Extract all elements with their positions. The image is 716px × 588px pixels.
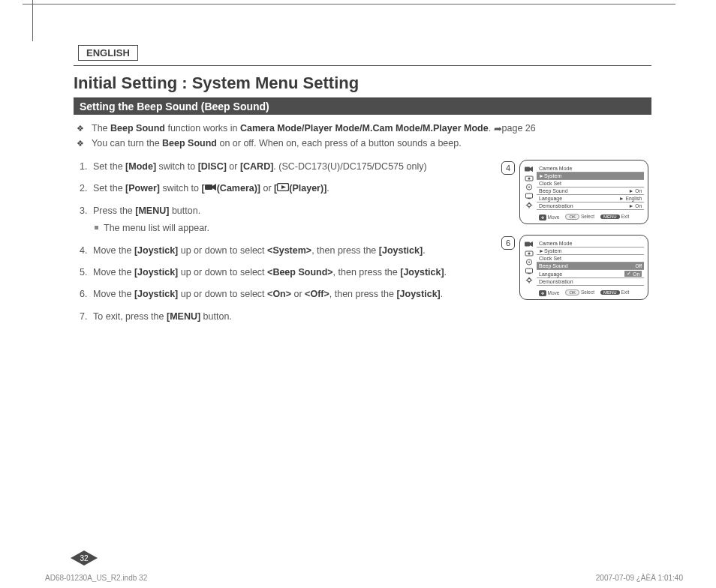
trim-left [32,0,33,41]
footer-left: AD68-01230A_US_R2.indb 32 [45,574,147,582]
menu-pill: MENU [600,214,620,219]
svg-rect-24 [528,273,531,274]
screen-4-footer: ✥ Move OK Select MENU Exit [524,214,644,220]
figure-4-badge: 4 [501,161,515,175]
step-1: Set the [Mode] switch to [DISC] or [CARD… [90,160,491,174]
step-3-sub: The menu list will appear. [93,221,491,236]
ok-pill: OK [565,290,579,296]
step-2: Set the [Power] switch to [(Camera)] or … [90,182,491,196]
screen-6: Camera Mode ►System Clock Set Beep Sound… [519,235,648,300]
svg-rect-4 [525,166,530,171]
trim-top [23,4,675,4]
camcorder-icon [525,165,534,172]
bullet-1: The Beep Sound function works in Camera … [90,121,651,136]
step-list: Set the [Mode] switch to [DISC] or [CARD… [77,160,491,324]
screen-4-row-system: ►System [537,172,644,179]
screen-icon [525,267,534,274]
divider [74,65,651,66]
menu-pill: MENU [600,290,620,295]
svg-rect-23 [526,268,533,273]
svg-marker-5 [530,166,533,172]
camera-small-icon [525,249,534,256]
screen-6-footer: ✥ Move OK Select MENU Exit [524,290,644,296]
page-title: Initial Setting : System Menu Setting [74,74,651,93]
camera-small-icon [525,174,534,182]
step-7: To exit, press the [MENU] button. [90,310,491,324]
step-6: Move the [Joystick] up or down to select… [90,287,491,302]
page-number-badge: 32 [71,550,98,566]
disc-icon [525,258,534,266]
screen-4-title: Camera Mode [537,165,644,172]
step-3: Press the [MENU] button. The menu list w… [90,204,491,236]
gear-icon [525,201,534,208]
screen-6-row-beep: Beep SoundOff [537,262,644,269]
camera-icon [205,182,217,196]
ok-pill: OK [565,214,579,220]
steps-column: Set the [Mode] switch to [DISC] or [CARD… [74,160,491,332]
svg-rect-17 [525,242,530,246]
figure-6-badge: 6 [501,236,515,250]
screen-6-row-lang: Language✓On [537,269,644,278]
svg-point-9 [528,186,530,188]
screen-6-icon-column [524,240,534,286]
disc-icon [525,183,534,190]
svg-point-22 [528,261,530,262]
svg-marker-3 [281,185,286,189]
language-tab: ENGLISH [78,45,138,61]
joystick-icon: ✥ [539,214,546,220]
figure-6: 6 Camera Mode ►System Cl [501,235,651,300]
svg-rect-11 [528,198,531,199]
screen-4-row-demo: Demonstration►On [537,202,644,210]
screen-4-icon-column [524,165,534,210]
screen-4-row-clock: Clock Set [537,179,644,187]
screen-4-row-lang: Language►English [537,194,644,202]
page-content: ENGLISH Initial Setting : System Menu Se… [74,45,651,332]
svg-marker-1 [212,184,216,190]
screen-6-title: Camera Mode [537,240,644,247]
svg-point-25 [528,278,531,281]
svg-marker-18 [530,242,533,247]
figure-4: 4 Camera Mode ►System Cl [501,160,651,224]
screen-4-row-beep: Beep Sound►On [537,187,644,194]
figures-column: 4 Camera Mode ►System Cl [501,160,651,310]
print-footer: AD68-01230A_US_R2.indb 32 2007-07-09 ¿ÀÈ… [45,574,683,582]
footer-right: 2007-07-09 ¿ÀÈÄ 1:01:40 [596,574,683,582]
screen-icon [525,192,534,200]
screen-6-row-clock: Clock Set [537,254,644,262]
svg-rect-10 [526,194,533,198]
step-5: Move the [Joystick] up or down to select… [90,266,491,280]
screen-4: Camera Mode ►System Clock Set Beep Sound… [519,160,648,224]
screen-6-row-system: ►System [537,247,644,254]
svg-point-7 [528,177,530,179]
step-4: Move the [Joystick] up or down to select… [90,244,491,258]
svg-point-12 [528,203,531,206]
camcorder-icon [525,240,534,248]
gear-icon [525,276,534,284]
joystick-icon: ✥ [539,290,546,296]
page-ref-arrow-icon: ➦ [494,122,502,136]
svg-point-20 [528,252,530,254]
player-icon [277,182,289,196]
bullet-2: You can turn the Beep Sound on or off. W… [90,136,651,151]
svg-rect-0 [205,184,212,190]
section-heading: Setting the Beep Sound (Beep Sound) [74,98,651,115]
screen-6-row-demo: Demonstration [537,278,644,286]
intro-bullets: The Beep Sound function works in Camera … [90,121,651,151]
